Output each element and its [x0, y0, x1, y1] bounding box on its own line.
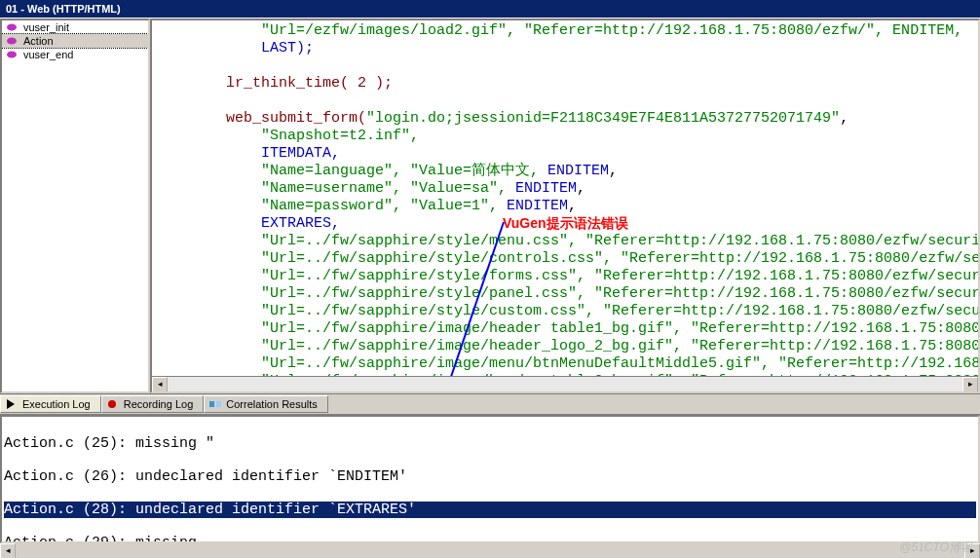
tree-label: Action — [23, 35, 54, 47]
code-line: "Url=../fw/sapphire/style/forms.css", "R… — [156, 268, 980, 284]
tree-label: vuser_end — [23, 49, 73, 60]
svg-rect-6 — [209, 401, 214, 407]
script-tree-pane[interactable]: vuser_init Action vuser_end — [0, 19, 150, 393]
code-line: lr_think_time( 2 ); — [156, 75, 393, 92]
code-line: EXTRARES, — [156, 215, 340, 232]
code-line: "Url=../fw/sapphire/style/panel.css", "R… — [156, 285, 980, 302]
code-seg: , — [840, 110, 848, 127]
scroll-left-button[interactable]: ◂ — [152, 377, 168, 392]
code-line: "Url=../fw/sapphire/image/menu/btnMenuDe… — [156, 355, 980, 372]
svg-point-5 — [108, 400, 116, 408]
window-title: 01 - Web (HTTP/HTML) — [6, 3, 121, 15]
code-line: LAST); — [156, 40, 314, 56]
correlation-icon — [208, 398, 222, 410]
log-line[interactable]: Action.c (26): undeclared identifier `EN… — [4, 468, 976, 485]
tab-recording-log[interactable]: Recording Log — [101, 395, 205, 413]
output-log[interactable]: Action.c (25): missing " Action.c (26): … — [0, 415, 980, 543]
scroll-left-button[interactable]: ◂ — [0, 543, 16, 558]
tab-label: Correlation Results — [226, 398, 318, 410]
tab-correlation-results[interactable]: Correlation Results — [204, 395, 328, 413]
action-icon — [6, 22, 19, 32]
action-icon — [6, 50, 19, 59]
tab-execution-log[interactable]: Execution Log — [0, 395, 101, 413]
code-line: "Url=../fw/sapphire/style/custom.css", "… — [156, 303, 980, 319]
svg-point-2 — [7, 52, 17, 58]
code-editor[interactable]: "Url=/ezfw/images/load2.gif", "Referer=h… — [150, 19, 980, 393]
code-seg: "Name=password", "Value=1", — [156, 198, 507, 214]
tab-label: Execution Log — [22, 398, 91, 410]
code-seg: ENDITEM — [547, 163, 609, 179]
code-line: "Url=/ezfw/images/load2.gif", "Referer=h… — [156, 22, 962, 39]
code-seg: "Name=username", "Value=sa", — [156, 180, 515, 197]
scroll-right-button[interactable]: ▸ — [962, 377, 978, 392]
annotation-text: VuGen提示语法错误 — [503, 215, 628, 233]
watermark: @51CTO博客 — [899, 539, 972, 556]
action-icon — [6, 36, 19, 46]
main-split: vuser_init Action vuser_end "Url=/ezfw/i… — [0, 18, 980, 393]
log-line-selected[interactable]: Action.c (28): undeclared identifier `EX… — [4, 502, 976, 518]
log-line[interactable]: Action.c (25): missing " — [4, 435, 976, 452]
svg-point-0 — [7, 24, 17, 31]
code-line: "Url=../fw/sapphire/style/menu.css", "Re… — [156, 233, 980, 249]
code-seg: , — [577, 180, 585, 197]
svg-rect-7 — [216, 401, 221, 407]
tree-item-action[interactable]: Action — [2, 34, 148, 48]
record-icon — [106, 398, 120, 410]
code-seg: web_submit_form( — [156, 110, 366, 127]
window-titlebar: 01 - Web (HTTP/HTML) — [0, 0, 980, 18]
log-line[interactable]: Action.c (29): missing — [4, 535, 976, 543]
tree-item-vuser-end[interactable]: vuser_end — [2, 48, 148, 61]
tree-item-vuser-init[interactable]: vuser_init — [2, 20, 148, 34]
code-seg: ENDITEM — [507, 198, 568, 214]
log-hscrollbar[interactable]: ◂ ▸ — [0, 543, 980, 558]
scroll-track[interactable] — [168, 377, 962, 391]
svg-marker-4 — [7, 399, 15, 409]
code-line: "Url=../fw/sapphire/image/header_logo_2_… — [156, 338, 980, 354]
code-line: "Url=../fw/sapphire/image/header table1_… — [156, 320, 980, 337]
log-tabs: Execution Log Recording Log Correlation … — [0, 393, 980, 415]
play-icon — [5, 398, 19, 410]
tab-label: Recording Log — [124, 398, 194, 410]
code-seg: "Name=language", "Value=简体中文, — [156, 163, 547, 179]
code-seg: ENDITEM — [515, 180, 577, 197]
code-hscrollbar[interactable]: ◂ ▸ — [152, 376, 978, 391]
code-seg: "login.do;jsessionid=F2118C349E7F4E811A5… — [366, 110, 840, 127]
code-line: "Snapshot=t2.inf", — [156, 128, 419, 144]
code-content[interactable]: "Url=/ezfw/images/load2.gif", "Referer=h… — [152, 20, 978, 392]
svg-point-1 — [7, 38, 17, 45]
tree-label: vuser_init — [23, 21, 69, 33]
code-seg: , — [568, 198, 577, 214]
code-line: ITEMDATA, — [156, 145, 340, 162]
code-line: "Url=../fw/sapphire/style/controls.css",… — [156, 250, 980, 267]
code-seg: , — [609, 163, 618, 179]
